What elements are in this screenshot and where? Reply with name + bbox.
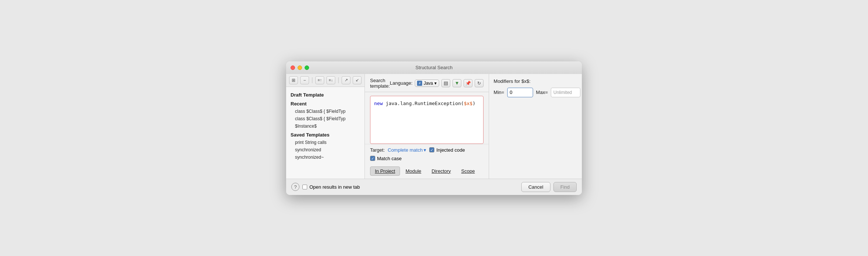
scope-in-project-label: In Project [375, 168, 395, 174]
scope-row: In Project Module Directory Scope [365, 164, 489, 179]
sidebar-content: Draft Template Recent class $Class$ { $F… [286, 87, 365, 179]
target-row: Target: Complete match ▾ ✓ Injected code… [365, 144, 489, 164]
scope-module-label: Module [406, 168, 421, 174]
modifiers-header: Modifiers for $x$: [494, 78, 580, 84]
cancel-button[interactable]: Cancel [521, 182, 550, 192]
refresh-button[interactable]: ↻ [475, 79, 484, 87]
help-label: ? [294, 184, 296, 190]
search-template-label: Search template: [370, 78, 390, 89]
match-case-label: Match case [377, 156, 401, 161]
modifiers-section: Modifiers for $x$: Min= Max= Unlimited [494, 78, 580, 97]
structural-search-window: Structural Search ⊞ − ≡↑ ≡↓ ↗ ↙ Draft Te… [286, 61, 582, 195]
java-icon: J [417, 81, 422, 86]
bottom-bar: ? Open results in new tab Cancel Find [286, 179, 582, 195]
sidebar-toolbar: ⊞ − ≡↑ ≡↓ ↗ ↙ [286, 74, 365, 87]
target-label: Target: [370, 147, 385, 153]
injected-code-label: Injected code [436, 147, 465, 153]
language-dropdown[interactable]: J Java ▾ [415, 80, 439, 87]
toolbar-separator [312, 77, 312, 83]
add-template-button[interactable]: ⊞ [289, 76, 298, 84]
recent-header: Recent [286, 99, 365, 108]
main-top-bar: Search template: Language: J Java ▾ ▤ ▼ … [365, 74, 489, 92]
toolbar-separator2 [338, 77, 339, 83]
draft-template-header: Draft Template [286, 90, 365, 99]
code-keyword-new: new [374, 101, 383, 106]
saved-item-2[interactable]: synchronized [286, 146, 365, 154]
right-panel-top: Modifiers for $x$: Min= Max= Unlimited +… [494, 78, 582, 98]
main-content: ⊞ − ≡↑ ≡↓ ↗ ↙ Draft Template Recent clas… [286, 74, 582, 179]
recent-item-1[interactable]: class $Class$ { $FieldTyp [286, 108, 365, 115]
right-panel-actions: + − [580, 78, 582, 98]
pin-button[interactable]: 📌 [464, 79, 472, 87]
help-button[interactable]: ? [291, 183, 299, 191]
move-down-button[interactable]: ≡↓ [326, 76, 335, 84]
language-value: Java [424, 81, 433, 86]
export-button[interactable]: ↗ [342, 76, 350, 84]
match-case-checkbox[interactable]: ✓ [370, 156, 375, 161]
scope-directory-button[interactable]: Directory [427, 166, 456, 176]
saved-item-3[interactable]: synchronized~ [286, 154, 365, 161]
filter-button[interactable]: ▼ [452, 79, 461, 87]
right-panel: Modifiers for $x$: Min= Max= Unlimited +… [489, 74, 582, 179]
window-title: Structural Search [416, 65, 452, 70]
bottom-left: ? Open results in new tab [291, 183, 360, 191]
title-bar: Structural Search [286, 61, 582, 74]
main-panel: Search template: Language: J Java ▾ ▤ ▼ … [365, 74, 489, 179]
toggle-view-button[interactable]: ▤ [441, 79, 450, 87]
recent-item-2[interactable]: class $Class$ { $FieldTyp [286, 115, 365, 122]
min-max-row: Min= Max= Unlimited [494, 88, 580, 97]
target-dropdown[interactable]: Complete match ▾ [388, 147, 427, 153]
close-button[interactable] [291, 65, 295, 70]
import-button[interactable]: ↙ [353, 76, 362, 84]
chevron-down-icon: ▾ [434, 81, 437, 86]
saved-item-1[interactable]: print String calls [286, 139, 365, 146]
max-placeholder-text: Unlimited [553, 90, 572, 95]
recent-item-3[interactable]: $Instance$ [286, 122, 365, 130]
scope-in-project-button[interactable]: In Project [370, 166, 400, 176]
scope-scope-button[interactable]: Scope [457, 166, 480, 176]
open-results-checkbox[interactable] [302, 185, 307, 189]
injected-code-checkbox-item[interactable]: ✓ Injected code [429, 147, 465, 153]
code-variable: $x$ [464, 101, 472, 106]
scope-module-button[interactable]: Module [401, 166, 426, 176]
traffic-lights [291, 65, 309, 70]
minimize-button[interactable] [298, 65, 302, 70]
language-label: Language: [390, 80, 412, 86]
max-label: Max= [536, 90, 548, 95]
maximize-button[interactable] [305, 65, 309, 70]
code-editor[interactable]: new java.lang.RuntimeException($x$) [370, 96, 484, 144]
bottom-right: Cancel Find [521, 182, 577, 192]
code-paren-close: ) [472, 101, 475, 106]
match-case-checkbox-item[interactable]: ✓ Match case [370, 156, 401, 161]
min-input[interactable] [507, 88, 533, 97]
remove-template-button[interactable]: − [300, 76, 309, 84]
sidebar: ⊞ − ≡↑ ≡↓ ↗ ↙ Draft Template Recent clas… [286, 74, 365, 179]
move-up-button[interactable]: ≡↑ [315, 76, 324, 84]
open-results-label: Open results in new tab [309, 184, 360, 190]
min-label: Min= [494, 90, 504, 95]
max-input-placeholder[interactable]: Unlimited [551, 88, 580, 97]
saved-templates-header: Saved Templates [286, 130, 365, 139]
language-row: Language: J Java ▾ ▤ ▼ 📌 ↻ [390, 79, 484, 87]
open-results-checkbox-item[interactable]: Open results in new tab [302, 184, 360, 190]
scope-scope-label: Scope [461, 168, 475, 174]
code-class-name: java.lang.RuntimeException( [386, 101, 464, 106]
find-button[interactable]: Find [553, 182, 577, 192]
chevron-down-icon: ▾ [424, 147, 426, 153]
scope-directory-label: Directory [432, 168, 451, 174]
target-value: Complete match [388, 147, 423, 153]
injected-code-checkbox[interactable]: ✓ [429, 147, 434, 152]
